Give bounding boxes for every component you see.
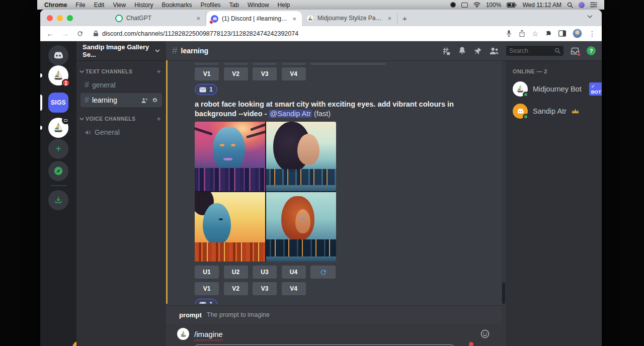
v4-button[interactable]: V4 (282, 282, 306, 295)
envelope-icon (199, 302, 206, 304)
generated-image-tile-3[interactable] (195, 192, 265, 262)
spotlight-icon[interactable] (567, 2, 573, 8)
tab-close-icon[interactable]: × (195, 15, 201, 22)
text-channels-section[interactable]: TEXT CHANNELS + (76, 60, 166, 77)
member-sandip-atr[interactable]: Sandip Atr (513, 104, 598, 119)
server-sailboat-2[interactable] (48, 118, 68, 138)
chat-scrollbar[interactable] (502, 60, 506, 346)
v2-button[interactable]: V2 (224, 67, 248, 80)
tab-search-chevron-icon[interactable] (587, 15, 593, 19)
emoji-picker-icon[interactable] (480, 329, 490, 338)
v3-button[interactable]: V3 (253, 67, 277, 80)
inbox-button[interactable] (571, 47, 580, 55)
search-input[interactable]: Search (506, 46, 564, 56)
bot-badge: ✓ BOT (589, 82, 602, 96)
tab-close-icon[interactable]: × (291, 15, 297, 23)
v1-button[interactable]: V1 (195, 282, 219, 295)
share-icon[interactable] (519, 30, 525, 37)
reload-button[interactable] (76, 30, 84, 37)
url-bar[interactable]: discord.com/channels/1128282250098778123… (102, 30, 298, 37)
voice-channels-section[interactable]: VOICE CHANNELS + (76, 108, 166, 125)
slash-command[interactable]: /imagine (194, 330, 223, 338)
menu-view[interactable]: View (113, 2, 126, 9)
download-apps-button[interactable] (48, 190, 68, 210)
lock-icon[interactable] (93, 30, 99, 37)
server-header[interactable]: Sandip Image Gallery Se... (76, 41, 166, 60)
add-server-button[interactable]: + (48, 139, 68, 159)
envelope-reaction[interactable]: 1 (195, 84, 217, 95)
channel-learning[interactable]: # learning (80, 93, 162, 107)
v1-button[interactable]: V1 (195, 67, 219, 80)
menu-file[interactable]: File (75, 2, 85, 9)
bookmark-star-icon[interactable]: ☆ (532, 30, 538, 38)
reroll-button[interactable] (310, 266, 336, 279)
u1-button[interactable]: U1 (195, 266, 219, 279)
menu-help[interactable]: Help (278, 2, 290, 9)
message-list[interactable]: V1 V2 V3 V4 1 (166, 60, 502, 304)
slash-command-autocomplete[interactable]: prompt The prompt to imagine (166, 305, 502, 324)
close-window-button[interactable] (47, 15, 53, 21)
screen-record-icon[interactable] (450, 2, 456, 8)
browser-menu-icon[interactable]: ⋮ (589, 30, 596, 38)
forward-button[interactable]: → (61, 30, 69, 37)
menubar-clock[interactable]: Wed 11:12 AM (522, 2, 561, 9)
siri-icon[interactable] (579, 2, 585, 8)
mic-icon[interactable] (506, 30, 512, 37)
menu-window[interactable]: Window (248, 2, 269, 9)
new-tab-button[interactable]: + (403, 14, 407, 23)
channel-name: General (95, 128, 120, 136)
chevron-down-icon (79, 70, 84, 73)
voice-channel-general[interactable]: General (80, 125, 162, 139)
u2-button[interactable]: U2 (224, 266, 248, 279)
notifications-bell-icon[interactable] (458, 46, 466, 55)
tab-chatgpt[interactable]: ChatGPT × (111, 12, 206, 24)
generated-image-grid[interactable] (195, 122, 336, 262)
tab-discord[interactable]: (1) Discord | #learning | Sandi × (206, 11, 302, 26)
create-channel-button[interactable]: + (156, 67, 161, 75)
channel-general[interactable]: # general (80, 78, 162, 92)
generated-image-tile-2[interactable] (266, 122, 337, 191)
server-sigs[interactable]: SIGS (48, 93, 68, 113)
control-center-icon[interactable] (590, 2, 597, 8)
u3-button[interactable]: U3 (253, 266, 277, 279)
menu-app-name[interactable]: Chrome (44, 2, 67, 9)
discord-home-button[interactable] (48, 45, 68, 65)
tab-midjourney-docs[interactable]: Midjourney Stylize Parameter × (302, 12, 397, 24)
back-button[interactable]: ← (46, 30, 54, 37)
member-list-icon[interactable] (489, 47, 499, 55)
menu-edit[interactable]: Edit (94, 2, 105, 9)
channel-settings-gear-icon[interactable] (151, 97, 158, 104)
v2-button[interactable]: V2 (224, 282, 248, 295)
create-channel-button[interactable]: + (156, 115, 161, 123)
member-midjourney-bot[interactable]: Midjourney Bot ✓ BOT (513, 81, 598, 97)
tab-close-icon[interactable]: × (386, 15, 392, 22)
u4-button[interactable]: U4 (282, 266, 306, 279)
generated-image-tile-1[interactable] (195, 122, 265, 191)
menu-profiles[interactable]: Profiles (201, 2, 221, 9)
threads-icon[interactable] (441, 47, 451, 55)
option-description: The prompt to imagine (207, 311, 270, 318)
display-icon[interactable] (461, 3, 468, 8)
v3-button[interactable]: V3 (253, 282, 277, 295)
user-mention[interactable]: @Sandip Atr (269, 110, 312, 118)
minimize-window-button[interactable] (57, 15, 63, 21)
profile-avatar[interactable] (573, 29, 582, 38)
invite-people-icon[interactable] (141, 98, 148, 103)
menu-bookmarks[interactable]: Bookmarks (162, 2, 192, 9)
scrollbar-thumb[interactable] (502, 283, 505, 304)
side-panel-icon[interactable] (558, 30, 566, 37)
wifi-icon[interactable] (473, 2, 480, 8)
generated-image-tile-4[interactable] (266, 192, 337, 262)
zoom-window-button[interactable] (67, 15, 73, 21)
menu-tab[interactable]: Tab (229, 2, 239, 9)
message-composer: /imagine prompt a plant with multiple ty… (166, 324, 502, 346)
explore-servers-button[interactable] (48, 161, 68, 181)
battery-percent: 100% (486, 2, 502, 9)
envelope-reaction[interactable]: 1 (195, 299, 217, 304)
pinned-messages-icon[interactable] (473, 47, 482, 55)
help-button[interactable]: ? (587, 46, 596, 55)
v4-button[interactable]: V4 (282, 67, 306, 80)
server-sailboat-1[interactable]: 1 (48, 65, 68, 85)
extensions-icon[interactable] (545, 30, 552, 37)
menu-history[interactable]: History (134, 2, 153, 9)
